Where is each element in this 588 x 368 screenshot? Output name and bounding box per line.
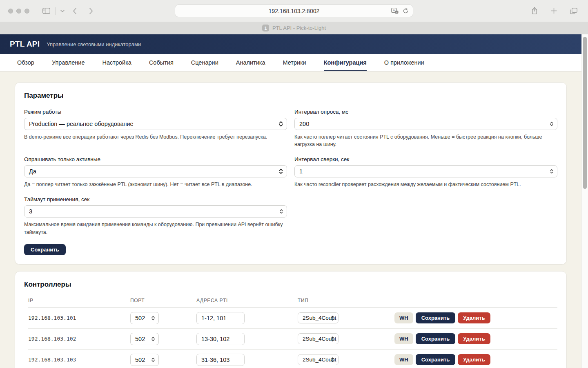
stepper-icon[interactable]: [151, 357, 155, 362]
poll-interval-input-wrap: [294, 118, 557, 130]
addresses-input[interactable]: [197, 333, 244, 345]
wh-button[interactable]: WH: [394, 333, 413, 344]
delete-controller-button[interactable]: Удалить: [458, 312, 490, 323]
select-caret-icon: [279, 168, 283, 174]
tab-setup[interactable]: Настройка: [102, 54, 131, 71]
scrollbar-thumb[interactable]: [583, 37, 587, 189]
type-select[interactable]: 2Sub_4Count: [298, 354, 339, 365]
translate-icon[interactable]: A a: [391, 8, 399, 14]
poll-interval-field: Интервал опроса, мс Как часто поллер чит…: [294, 109, 557, 148]
controller-ip: 192.168.103.102: [28, 336, 130, 342]
poll-interval-help: Как часто поллер читает состояния PTL с …: [294, 133, 557, 148]
tab-overview[interactable]: Обзор: [17, 54, 34, 71]
tab-metrics[interactable]: Метрики: [283, 54, 306, 71]
addresses-input-wrap: [196, 312, 245, 324]
back-icon[interactable]: [71, 6, 78, 16]
traffic-lights: [8, 9, 29, 13]
share-icon[interactable]: [530, 5, 539, 16]
stepper-icon[interactable]: [550, 169, 553, 174]
col-ip: IP: [28, 298, 130, 303]
addresses-input-wrap: [196, 333, 245, 345]
mode-help: В demo-режиме все операции работают чере…: [24, 133, 287, 141]
apply-timeout-field: Таймаут применения, сек Максимальное вре…: [24, 196, 287, 255]
address-bar[interactable]: 192.168.103.2:8002 A a: [175, 4, 413, 17]
toolbar-divider: [55, 7, 56, 15]
reload-icon[interactable]: [403, 8, 409, 14]
active-only-select[interactable]: Да: [24, 165, 287, 177]
reconcile-interval-input[interactable]: [295, 166, 557, 177]
apply-timeout-input-wrap: [24, 205, 287, 218]
controller-ip: 192.168.103.101: [28, 315, 130, 321]
reconcile-interval-field: Интервал сверки, сек Как часто reconcile…: [294, 156, 557, 188]
minimize-window-button[interactable]: [16, 9, 21, 13]
active-only-label: Опрашивать только активные: [24, 156, 287, 162]
tab-configuration[interactable]: Конфигурация: [324, 54, 367, 71]
save-controller-button[interactable]: Сохранить: [416, 333, 456, 344]
stepper-icon[interactable]: [151, 316, 155, 321]
main-nav: Обзор Управление Настройка События Сцена…: [0, 54, 581, 72]
delete-controller-button[interactable]: Удалить: [458, 333, 490, 344]
poll-interval-label: Интервал опроса, мс: [294, 109, 557, 115]
tab-overview-icon[interactable]: [568, 5, 579, 16]
addresses-input-wrap: [196, 354, 245, 366]
forward-icon[interactable]: [87, 6, 95, 16]
delete-controller-button[interactable]: Удалить: [458, 354, 490, 365]
sidebar-icon[interactable]: [41, 6, 52, 16]
table-header: IP ПОРТ АДРЕСА PTL ТИП: [28, 298, 557, 308]
select-caret-icon: [331, 315, 334, 321]
col-port: ПОРТ: [130, 298, 196, 303]
close-window-button[interactable]: [8, 9, 13, 13]
save-parameters-button[interactable]: Сохранить: [24, 244, 66, 255]
controllers-table: IP ПОРТ АДРЕСА PTL ТИП 192.168.103.101 2…: [24, 298, 557, 368]
wh-button[interactable]: WH: [394, 354, 413, 365]
stepper-icon[interactable]: [550, 121, 553, 126]
chevron-down-icon[interactable]: [59, 8, 66, 14]
tab-about[interactable]: О приложении: [384, 54, 424, 71]
mode-label: Режим работы: [24, 109, 287, 115]
tab-strip[interactable]: 1 PTL API - Pick-to-Light: [0, 22, 588, 34]
table-row: 192.168.103.103 2Sub_4Count WH Сохранить…: [28, 350, 557, 368]
type-select[interactable]: 2Sub_4Count: [298, 333, 339, 344]
tab-count-badge: 1: [262, 25, 269, 31]
port-input-wrap: [130, 333, 159, 345]
parameters-title: Параметры: [24, 92, 557, 100]
apply-timeout-input[interactable]: [24, 206, 287, 217]
zoom-window-button[interactable]: [24, 9, 29, 13]
port-input-wrap: [130, 312, 159, 324]
svg-text:A: A: [393, 8, 395, 12]
reconcile-interval-help: Как часто reconciler проверяет расхожден…: [294, 181, 557, 188]
tab-analytics[interactable]: Аналитика: [236, 54, 265, 71]
type-select[interactable]: 2Sub_4Count: [298, 312, 339, 323]
tab-control[interactable]: Управление: [52, 54, 85, 71]
tab-title: PTL API - Pick-to-Light: [272, 25, 326, 31]
stepper-icon[interactable]: [151, 337, 155, 341]
tab-events[interactable]: События: [149, 54, 174, 71]
save-controller-button[interactable]: Сохранить: [416, 312, 456, 323]
parameters-card: Параметры Режим работы Production — реал…: [15, 82, 567, 265]
mode-select[interactable]: Production — реальное оборудование: [24, 118, 287, 130]
select-caret-icon: [331, 336, 334, 341]
app-header: PTL API Управление световыми индикаторам…: [0, 34, 581, 54]
controllers-title: Контроллеры: [24, 280, 557, 289]
url-text: 192.168.103.2:8002: [269, 8, 320, 14]
addresses-input[interactable]: [197, 312, 244, 324]
app-brand: PTL API: [10, 40, 40, 49]
table-row: 192.168.103.102 2Sub_4Count WH Сохранить…: [28, 329, 557, 350]
table-row: 192.168.103.101 2Sub_4Count WH Сохранить…: [28, 308, 557, 329]
active-only-field: Опрашивать только активные Да Да = полле…: [24, 156, 287, 188]
mode-field: Режим работы Production — реальное обору…: [24, 109, 287, 148]
apply-timeout-help: Максимальное время ожидания применения к…: [24, 221, 287, 236]
tab-scenarios[interactable]: Сценарии: [191, 54, 218, 71]
reconcile-interval-input-wrap: [294, 165, 557, 177]
col-addresses: АДРЕСА PTL: [196, 298, 298, 303]
addresses-input[interactable]: [197, 354, 244, 366]
app-subtitle: Управление световыми индикаторами: [47, 41, 141, 47]
poll-interval-input[interactable]: [295, 118, 557, 130]
reconcile-interval-label: Интервал сверки, сек: [294, 156, 557, 162]
controller-ip: 192.168.103.103: [28, 357, 130, 363]
new-tab-icon[interactable]: [549, 5, 559, 16]
wh-button[interactable]: WH: [394, 312, 413, 323]
col-type: ТИП: [298, 298, 394, 303]
stepper-icon[interactable]: [280, 209, 283, 214]
save-controller-button[interactable]: Сохранить: [416, 354, 456, 365]
